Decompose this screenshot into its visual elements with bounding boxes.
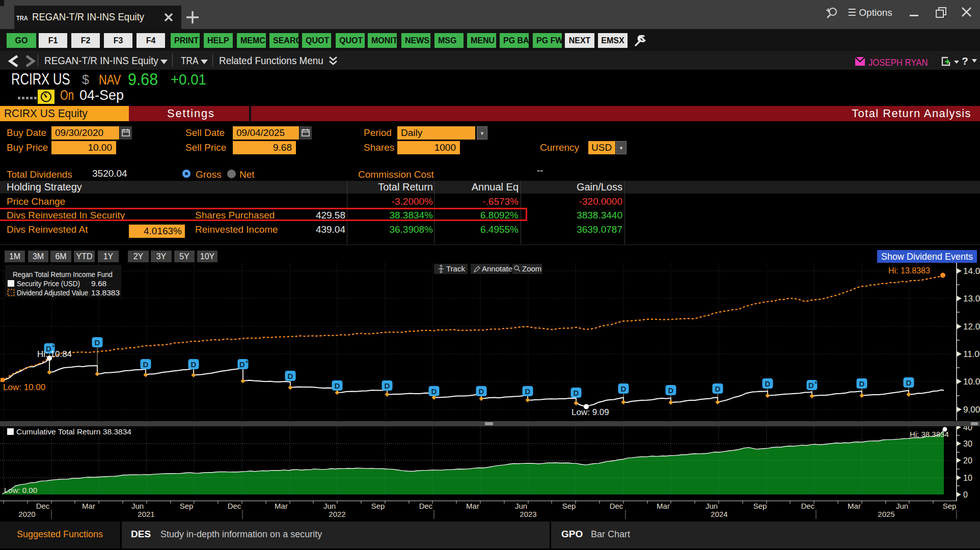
svg-text:2024: 2024 <box>711 510 727 518</box>
svg-text:12.00: 12.00 <box>963 322 980 332</box>
svg-text:+: + <box>52 343 55 349</box>
svg-text:D: D <box>288 372 293 380</box>
svg-text:Dec: Dec <box>419 502 433 510</box>
svg-text:Sep: Sep <box>753 502 767 510</box>
svg-text:D: D <box>431 387 437 396</box>
svg-text:Mar: Mar <box>657 502 670 510</box>
svg-text:D: D <box>479 387 484 396</box>
svg-text:2020: 2020 <box>18 510 35 518</box>
svg-text:D: D <box>95 338 100 347</box>
svg-text:Mar: Mar <box>82 502 95 510</box>
svg-text:Sep: Sep <box>562 502 576 510</box>
svg-text:Sep: Sep <box>180 502 194 510</box>
svg-text:Sep: Sep <box>943 502 957 510</box>
svg-text:Dividend Adjusted Value: Dividend Adjusted Value <box>17 288 88 297</box>
svg-text:Mar: Mar <box>275 502 288 510</box>
svg-text:2021: 2021 <box>138 510 154 518</box>
svg-text:D: D <box>574 389 579 397</box>
svg-text:10: 10 <box>963 474 972 482</box>
svg-text:Track: Track <box>446 264 465 273</box>
svg-text:Jun: Jun <box>131 502 144 510</box>
svg-text:D: D <box>808 381 814 390</box>
svg-text:Cumulative Total Return 38.383: Cumulative Total Return 38.3834 <box>16 427 131 436</box>
svg-text:Dec: Dec <box>36 502 50 510</box>
svg-text:Hi: 13.8383: Hi: 13.8383 <box>888 266 930 275</box>
svg-text:D: D <box>143 360 149 369</box>
svg-text:D: D <box>385 381 390 390</box>
svg-text:2023: 2023 <box>520 510 536 518</box>
svg-text:+: + <box>246 359 249 365</box>
svg-text:Low: 9.09: Low: 9.09 <box>571 407 609 417</box>
svg-text:11.00: 11.00 <box>963 349 980 359</box>
svg-text:13.00: 13.00 <box>963 294 980 304</box>
svg-text:2025: 2025 <box>878 510 894 518</box>
svg-text:2022: 2022 <box>329 510 345 518</box>
svg-text:Mar: Mar <box>466 502 479 510</box>
svg-text:0: 0 <box>963 490 968 499</box>
svg-text:Hi: 10.84: Hi: 10.84 <box>37 349 72 359</box>
svg-text:Mar: Mar <box>848 502 861 510</box>
svg-text:Jun: Jun <box>705 502 718 510</box>
svg-text:D: D <box>859 379 865 388</box>
svg-text:Dec: Dec <box>801 502 815 510</box>
svg-text:D: D <box>668 386 674 395</box>
svg-text:D: D <box>191 360 197 369</box>
svg-text:13.8383: 13.8383 <box>91 288 120 297</box>
svg-text:Jun: Jun <box>515 502 527 510</box>
svg-text:D: D <box>621 384 627 393</box>
svg-text:D: D <box>906 378 912 387</box>
svg-text:Show Dividend Events: Show Dividend Events <box>881 252 973 262</box>
svg-text:10.00: 10.00 <box>963 377 980 387</box>
svg-text:30: 30 <box>963 439 972 448</box>
svg-text:Zoom: Zoom <box>522 264 541 273</box>
svg-text:D: D <box>335 381 340 390</box>
svg-text:Low: 0.00: Low: 0.00 <box>4 486 37 494</box>
svg-text:D: D <box>715 384 721 393</box>
svg-text:Dec: Dec <box>228 502 241 510</box>
svg-text:Dec: Dec <box>610 502 623 510</box>
svg-text:+: + <box>814 379 818 386</box>
svg-text:D: D <box>765 379 771 388</box>
svg-text:9.68: 9.68 <box>91 279 106 288</box>
svg-text:Regan Total Return Income Fund: Regan Total Return Income Fund <box>13 270 113 279</box>
svg-text:Low: 10.00: Low: 10.00 <box>3 382 45 392</box>
svg-text:9.00: 9.00 <box>963 405 980 415</box>
svg-text:20: 20 <box>963 456 972 465</box>
svg-text:Sep: Sep <box>371 502 385 510</box>
svg-text:Security Price (USD): Security Price (USD) <box>17 279 80 288</box>
svg-text:Annotate: Annotate <box>482 264 512 273</box>
svg-text:D: D <box>239 360 245 369</box>
svg-text:14.00: 14.00 <box>963 266 980 276</box>
svg-text:Hi: 38.3834: Hi: 38.3834 <box>910 430 949 438</box>
svg-text:Jun: Jun <box>896 502 908 510</box>
svg-text:D: D <box>525 387 531 396</box>
svg-text:Jun: Jun <box>323 502 336 510</box>
